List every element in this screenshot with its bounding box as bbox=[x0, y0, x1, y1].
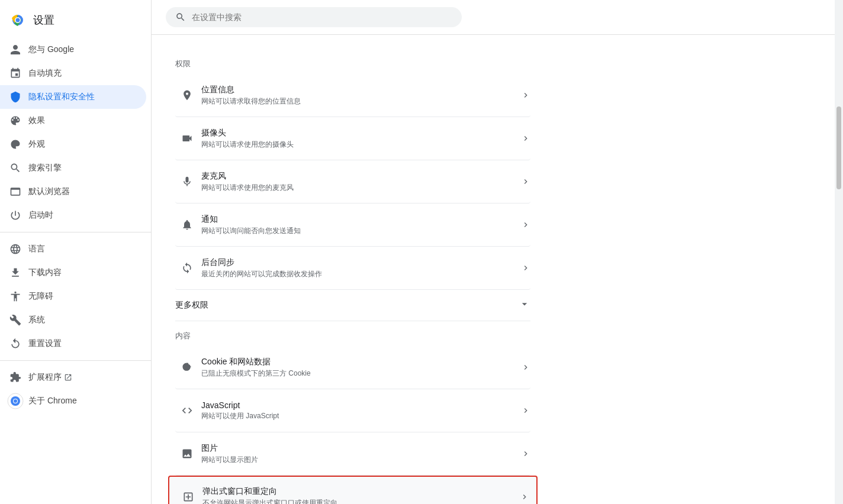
sidebar-item-search[interactable]: 搜索引擎 bbox=[0, 156, 146, 180]
sync-icon bbox=[175, 256, 199, 280]
sidebar-item-profile[interactable]: 您与 Google bbox=[0, 38, 146, 62]
chrome-logo-icon bbox=[9, 12, 26, 28]
power-icon bbox=[9, 209, 21, 221]
language-icon bbox=[9, 243, 21, 255]
row-subtitle-microphone: 网站可以请求使用您的麦克风 bbox=[201, 183, 521, 193]
microphone-icon bbox=[175, 170, 199, 193]
scrollbar-thumb[interactable] bbox=[836, 106, 841, 189]
settings-row-javascript[interactable]: JavaScript 网站可以使用 JavaScript bbox=[175, 389, 530, 432]
sidebar-item-appearance[interactable]: 效果 bbox=[0, 109, 146, 133]
row-text-cookie: Cookie 和网站数据 已阻止无痕模式下的第三方 Cookie bbox=[199, 357, 521, 379]
row-subtitle-images: 网站可以显示图片 bbox=[201, 455, 521, 465]
row-title-location: 位置信息 bbox=[201, 85, 521, 95]
settings-row-location[interactable]: 位置信息 网站可以请求取得您的位置信息 bbox=[175, 74, 530, 117]
chevron-right-icon bbox=[521, 91, 530, 100]
row-title-images: 图片 bbox=[201, 443, 521, 454]
settings-row-images[interactable]: 图片 网站可以显示图片 bbox=[175, 432, 530, 476]
row-subtitle-notification: 网站可以询问能否向您发送通知 bbox=[201, 226, 521, 236]
extension-icon bbox=[9, 371, 21, 383]
settings-row-cookie[interactable]: Cookie 和网站数据 已阻止无痕模式下的第三方 Cookie bbox=[175, 346, 530, 389]
accessibility-icon bbox=[9, 290, 21, 302]
search-icon bbox=[9, 162, 21, 174]
sidebar-item-label: 外观 bbox=[28, 139, 45, 150]
sidebar-item-label: 启动时 bbox=[28, 210, 53, 221]
content-section-label: 内容 bbox=[175, 321, 530, 346]
main-content: 权限 位置信息 网站可以请求取得您的位置信息 bbox=[152, 0, 835, 504]
shield-icon bbox=[9, 91, 21, 103]
row-text-images: 图片 网站可以显示图片 bbox=[199, 443, 521, 465]
row-title-cookie: Cookie 和网站数据 bbox=[201, 357, 521, 367]
chevron-right-icon-microphone bbox=[521, 177, 530, 186]
search-bar-icon bbox=[175, 12, 186, 22]
row-title-camera: 摄像头 bbox=[201, 128, 521, 138]
sidebar-item-accessibility[interactable]: 无障碍 bbox=[0, 285, 146, 308]
app-title: 设置 bbox=[33, 13, 54, 27]
sidebar-item-about[interactable]: 关于 Chrome bbox=[0, 389, 146, 413]
chevron-right-icon-javascript bbox=[521, 406, 530, 415]
settings-row-popup[interactable]: 弹出式窗口和重定向 不允许网站显示弹出式窗口口或使用重定向 bbox=[168, 476, 538, 504]
sidebar-item-label: 效果 bbox=[28, 115, 45, 126]
person-icon bbox=[9, 44, 21, 56]
sidebar-item-privacy[interactable]: 隐私设置和安全性 bbox=[0, 85, 146, 109]
sidebar-item-label: 您与 Google bbox=[28, 44, 74, 55]
autofill-icon bbox=[9, 67, 21, 79]
chevron-right-icon-sync bbox=[521, 263, 530, 273]
sidebar-item-reset[interactable]: 重置设置 bbox=[0, 332, 146, 356]
notification-icon bbox=[175, 213, 199, 237]
search-bar-container bbox=[152, 0, 835, 35]
chrome-small-icon bbox=[7, 393, 24, 409]
row-text-camera: 摄像头 网站可以请求使用您的摄像头 bbox=[199, 128, 521, 150]
settings-row-microphone[interactable]: 麦克风 网站可以请求使用您的麦克风 bbox=[175, 160, 530, 203]
sidebar-item-label: 搜索引擎 bbox=[28, 163, 62, 173]
sidebar-header: 设置 bbox=[0, 5, 151, 38]
image-icon bbox=[175, 442, 199, 466]
svg-point-3 bbox=[16, 18, 20, 22]
row-subtitle-camera: 网站可以请求使用您的摄像头 bbox=[201, 140, 521, 150]
svg-point-7 bbox=[14, 399, 17, 403]
sidebar-item-download[interactable]: 下载内容 bbox=[0, 261, 146, 285]
sidebar-item-label: 自动填充 bbox=[28, 68, 62, 79]
popup-icon bbox=[176, 485, 200, 504]
row-title-microphone: 麦克风 bbox=[201, 171, 521, 182]
scrollbar[interactable] bbox=[835, 0, 843, 504]
permissions-section-label: 权限 bbox=[175, 49, 530, 74]
extensions-label-group: 扩展程序 bbox=[28, 372, 72, 383]
chevron-right-icon-notification bbox=[521, 220, 530, 230]
sidebar-item-look[interactable]: 外观 bbox=[0, 133, 146, 156]
location-icon bbox=[175, 83, 199, 107]
sidebar-item-label: 隐私设置和安全性 bbox=[28, 92, 95, 102]
row-subtitle-popup: 不允许网站显示弹出式窗口口或使用重定向 bbox=[202, 498, 520, 505]
sidebar-item-startup[interactable]: 启动时 bbox=[0, 203, 146, 227]
sidebar-item-label: 扩展程序 bbox=[28, 372, 62, 383]
sidebar-item-system[interactable]: 系统 bbox=[0, 308, 146, 332]
more-permissions-section[interactable]: 更多权限 bbox=[175, 290, 530, 321]
browser-icon bbox=[9, 186, 21, 198]
chevron-right-icon-popup bbox=[520, 492, 529, 502]
sidebar-item-browser[interactable]: 默认浏览器 bbox=[0, 180, 146, 203]
sidebar-item-language[interactable]: 语言 bbox=[0, 237, 146, 261]
chevron-right-icon-camera bbox=[521, 134, 530, 143]
cookie-icon bbox=[175, 356, 199, 379]
sidebar-item-extensions[interactable]: 扩展程序 bbox=[0, 366, 146, 389]
settings-row-camera[interactable]: 摄像头 网站可以请求使用您的摄像头 bbox=[175, 117, 530, 160]
sidebar-divider-2 bbox=[0, 360, 151, 361]
sidebar-item-label: 默认浏览器 bbox=[28, 186, 70, 197]
row-text-background-sync: 后台同步 最近关闭的网站可以完成数据收发操作 bbox=[199, 257, 521, 279]
more-permissions-label: 更多权限 bbox=[175, 300, 208, 311]
sidebar-item-autofill[interactable]: 自动填充 bbox=[0, 62, 146, 85]
settings-row-background-sync[interactable]: 后台同步 最近关闭的网站可以完成数据收发操作 bbox=[175, 247, 530, 290]
row-subtitle-cookie: 已阻止无痕模式下的第三方 Cookie bbox=[201, 369, 521, 379]
row-title-background-sync: 后台同步 bbox=[201, 257, 521, 268]
row-title-popup: 弹出式窗口和重定向 bbox=[202, 486, 520, 497]
palette-icon bbox=[9, 138, 21, 150]
sidebar-item-label: 重置设置 bbox=[28, 338, 62, 349]
search-input[interactable] bbox=[192, 12, 452, 22]
row-title-javascript: JavaScript bbox=[201, 400, 521, 410]
row-subtitle-background-sync: 最近关闭的网站可以完成数据收发操作 bbox=[201, 269, 521, 279]
settings-row-notification[interactable]: 通知 网站可以询问能否向您发送通知 bbox=[175, 203, 530, 247]
camera-icon bbox=[175, 127, 199, 150]
row-text-notification: 通知 网站可以询问能否向您发送通知 bbox=[199, 214, 521, 236]
row-text-location: 位置信息 网站可以请求取得您的位置信息 bbox=[199, 85, 521, 106]
system-icon bbox=[9, 314, 21, 326]
chevron-right-icon-images bbox=[521, 449, 530, 458]
